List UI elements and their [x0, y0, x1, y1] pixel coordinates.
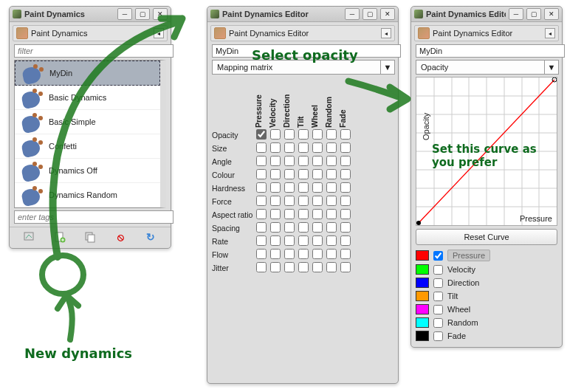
maximize-button[interactable]: ▢: [362, 8, 377, 20]
dock-menu-button[interactable]: ◂: [545, 28, 555, 38]
legend-checkbox[interactable]: [433, 318, 443, 328]
matrix-checkbox[interactable]: [340, 182, 351, 193]
matrix-checkbox[interactable]: [270, 182, 281, 193]
matrix-checkbox[interactable]: [298, 196, 309, 206]
matrix-checkbox[interactable]: [298, 182, 309, 193]
dynamics-list[interactable]: MyDinBasic DynamicsBasic SimpleConfettiD…: [14, 60, 166, 208]
matrix-checkbox[interactable]: [284, 156, 295, 166]
matrix-checkbox[interactable]: [270, 209, 281, 219]
matrix-checkbox[interactable]: [270, 262, 281, 272]
new-dynamics-button[interactable]: [52, 230, 68, 244]
matrix-checkbox[interactable]: [298, 156, 309, 166]
titlebar[interactable]: Paint Dynamics Editor ─ ▢ ✕: [411, 7, 562, 22]
legend-checkbox[interactable]: [433, 292, 443, 301]
matrix-checkbox[interactable]: [298, 222, 309, 233]
legend-row[interactable]: Fade: [416, 329, 557, 343]
matrix-checkbox[interactable]: [270, 169, 281, 179]
dropdown-arrow[interactable]: ▼: [544, 61, 558, 74]
minimize-button[interactable]: ─: [117, 8, 132, 20]
matrix-checkbox[interactable]: [256, 169, 267, 179]
matrix-checkbox[interactable]: [284, 182, 295, 193]
reset-curve-button[interactable]: Reset Curve: [416, 229, 557, 245]
matrix-checkbox[interactable]: [326, 156, 337, 166]
maximize-button[interactable]: ▢: [135, 8, 150, 20]
output-dropdown[interactable]: Opacity ▼: [416, 60, 559, 75]
edit-dynamics-button[interactable]: [21, 230, 38, 244]
matrix-checkbox[interactable]: [312, 182, 323, 193]
matrix-checkbox[interactable]: [312, 235, 323, 246]
matrix-checkbox[interactable]: [340, 235, 351, 246]
matrix-checkbox[interactable]: [284, 196, 295, 206]
legend-row[interactable]: Tilt: [416, 289, 557, 303]
matrix-checkbox[interactable]: [312, 209, 323, 219]
matrix-checkbox[interactable]: [326, 235, 337, 246]
list-item[interactable]: Dynamics Off: [15, 159, 160, 183]
matrix-checkbox[interactable]: [284, 249, 295, 259]
matrix-checkbox[interactable]: [312, 129, 323, 140]
list-item[interactable]: Dynamics Random: [15, 183, 160, 207]
list-item[interactable]: Confetti: [15, 134, 160, 159]
close-button[interactable]: ✕: [380, 8, 395, 20]
matrix-checkbox[interactable]: [340, 249, 351, 259]
matrix-checkbox[interactable]: [256, 222, 267, 233]
matrix-checkbox[interactable]: [284, 235, 295, 246]
dock-menu-button[interactable]: ◂: [381, 28, 391, 38]
legend-row[interactable]: Wheel: [416, 303, 557, 316]
refresh-dynamics-button[interactable]: ↻: [142, 230, 159, 244]
matrix-checkbox[interactable]: [270, 129, 281, 140]
matrix-checkbox[interactable]: [256, 235, 267, 246]
dock-menu-button[interactable]: ◂: [154, 28, 164, 38]
matrix-checkbox[interactable]: [326, 222, 337, 233]
legend-row[interactable]: Direction: [416, 276, 557, 289]
matrix-checkbox[interactable]: [284, 129, 295, 140]
matrix-checkbox[interactable]: [256, 262, 267, 272]
matrix-checkbox[interactable]: [326, 209, 337, 219]
matrix-checkbox[interactable]: [298, 169, 309, 179]
matrix-checkbox[interactable]: [284, 142, 295, 153]
matrix-checkbox[interactable]: [256, 156, 267, 166]
dynamics-name-input[interactable]: [416, 44, 565, 58]
matrix-checkbox[interactable]: [256, 196, 267, 206]
matrix-checkbox[interactable]: [340, 169, 351, 179]
matrix-checkbox[interactable]: [340, 209, 351, 219]
matrix-checkbox[interactable]: [284, 222, 295, 233]
dropdown-arrow[interactable]: ▼: [380, 61, 394, 74]
minimize-button[interactable]: ─: [345, 8, 360, 20]
list-item[interactable]: MyDin: [15, 61, 160, 86]
matrix-checkbox[interactable]: [298, 142, 309, 153]
matrix-checkbox[interactable]: [326, 196, 337, 206]
matrix-checkbox[interactable]: [270, 156, 281, 166]
matrix-checkbox[interactable]: [256, 142, 267, 153]
delete-dynamics-button[interactable]: ⦸: [112, 230, 128, 244]
duplicate-dynamics-button[interactable]: [82, 230, 98, 244]
list-item[interactable]: Basic Simple: [15, 110, 160, 134]
matrix-checkbox[interactable]: [326, 129, 337, 140]
matrix-checkbox[interactable]: [312, 142, 323, 153]
matrix-checkbox[interactable]: [256, 249, 267, 259]
matrix-checkbox[interactable]: [270, 249, 281, 259]
matrix-checkbox[interactable]: [340, 142, 351, 153]
maximize-button[interactable]: ▢: [526, 8, 541, 20]
legend-checkbox[interactable]: [433, 278, 443, 288]
matrix-checkbox[interactable]: [312, 222, 323, 233]
matrix-checkbox[interactable]: [256, 182, 267, 193]
close-button[interactable]: ✕: [544, 8, 559, 20]
matrix-checkbox[interactable]: [312, 169, 323, 179]
matrix-checkbox[interactable]: [340, 262, 351, 272]
legend-checkbox[interactable]: [433, 331, 443, 341]
legend-row[interactable]: Random: [416, 316, 557, 329]
matrix-checkbox[interactable]: [312, 196, 323, 206]
matrix-checkbox[interactable]: [326, 142, 337, 153]
matrix-checkbox[interactable]: [270, 142, 281, 153]
filter-input[interactable]: [14, 44, 173, 58]
matrix-checkbox[interactable]: [298, 235, 309, 246]
matrix-checkbox[interactable]: [298, 129, 309, 140]
matrix-checkbox[interactable]: [312, 249, 323, 259]
matrix-checkbox[interactable]: [298, 209, 309, 219]
titlebar[interactable]: Paint Dynamics ─ ▢ ✕: [10, 7, 171, 22]
list-item[interactable]: Basic Dynamics: [15, 86, 160, 110]
matrix-checkbox[interactable]: [270, 196, 281, 206]
matrix-checkbox[interactable]: [270, 222, 281, 233]
matrix-checkbox[interactable]: [326, 182, 337, 193]
matrix-checkbox[interactable]: [284, 169, 295, 179]
